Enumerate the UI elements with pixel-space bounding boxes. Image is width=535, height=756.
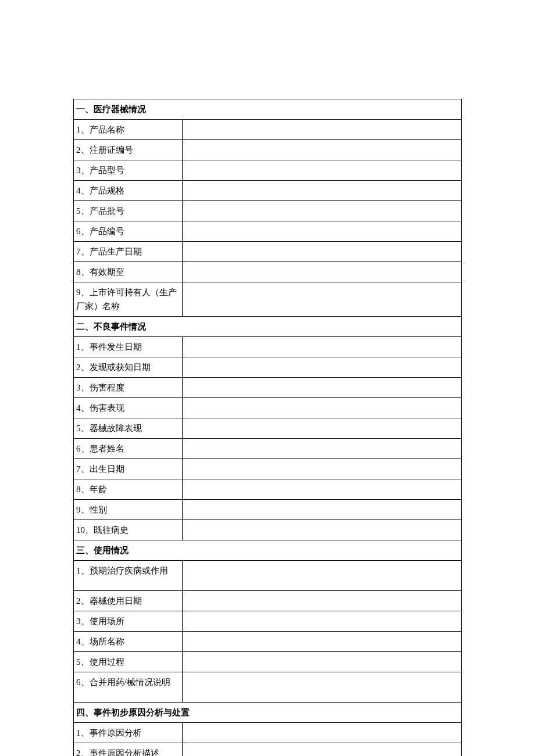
table-row: 8、年龄 — [74, 479, 462, 500]
field-label: 8、年龄 — [74, 479, 183, 500]
field-value[interactable] — [183, 652, 462, 672]
table-row: 3、使用场所 — [74, 611, 462, 632]
field-label: 3、产品型号 — [74, 160, 183, 181]
field-value[interactable] — [183, 378, 462, 398]
field-value[interactable] — [183, 520, 462, 540]
field-label: 5、产品批号 — [74, 201, 183, 221]
field-value[interactable] — [183, 632, 462, 652]
field-label: 4、场所名称 — [74, 632, 183, 652]
table-row: 9、上市许可持有人（生产厂家）名称 — [74, 282, 462, 317]
table-row: 4、场所名称 — [74, 632, 462, 652]
field-label: 2、注册证编号 — [74, 140, 183, 160]
section1-header-row: 一、医疗器械情况 — [74, 99, 462, 120]
field-value[interactable] — [183, 140, 462, 160]
field-label: 6、患者姓名 — [74, 439, 183, 459]
table-row: 7、产品生产日期 — [74, 242, 462, 262]
field-value[interactable] — [183, 120, 462, 140]
field-label: 7、产品生产日期 — [74, 242, 183, 262]
field-label: 1、事件原因分析 — [74, 723, 183, 743]
table-row: 1、事件发生日期 — [74, 337, 462, 357]
field-label: 5、器械故障表现 — [74, 418, 183, 439]
field-label: 6、合并用药/械情况说明 — [74, 672, 183, 703]
table-row: 2、器械使用日期 — [74, 591, 462, 611]
field-value[interactable] — [183, 439, 462, 459]
table-row: 7、出生日期 — [74, 459, 462, 479]
table-row: 1、产品名称 — [74, 120, 462, 140]
table-row: 2、事件原因分析描述 — [74, 743, 462, 757]
field-value[interactable] — [183, 282, 462, 317]
section4-header-row: 四、事件初步原因分析与处置 — [74, 703, 462, 723]
field-label: 7、出生日期 — [74, 459, 183, 479]
field-value[interactable] — [183, 672, 462, 703]
table-row: 6、合并用药/械情况说明 — [74, 672, 462, 703]
section4-header: 四、事件初步原因分析与处置 — [74, 703, 462, 723]
field-value[interactable] — [183, 418, 462, 439]
table-row: 10、既往病史 — [74, 520, 462, 540]
table-row: 4、产品规格 — [74, 181, 462, 201]
field-value[interactable] — [183, 242, 462, 262]
field-value[interactable] — [183, 611, 462, 632]
field-value[interactable] — [183, 262, 462, 282]
field-value[interactable] — [183, 743, 462, 757]
table-row: 5、器械故障表现 — [74, 418, 462, 439]
table-row: 5、产品批号 — [74, 201, 462, 221]
field-value[interactable] — [183, 337, 462, 357]
field-value[interactable] — [183, 160, 462, 181]
field-value[interactable] — [183, 591, 462, 611]
section1-header: 一、医疗器械情况 — [74, 99, 462, 120]
field-label: 3、使用场所 — [74, 611, 183, 632]
field-label: 2、发现或获知日期 — [74, 357, 183, 378]
field-label: 9、性别 — [74, 500, 183, 520]
section2-header-row: 二、不良事件情况 — [74, 317, 462, 337]
table-row: 2、发现或获知日期 — [74, 357, 462, 378]
field-label: 8、有效期至 — [74, 262, 183, 282]
table-row: 9、性别 — [74, 500, 462, 520]
table-row: 2、注册证编号 — [74, 140, 462, 160]
table-row: 1、事件原因分析 — [74, 723, 462, 743]
field-value[interactable] — [183, 181, 462, 201]
field-label: 2、事件原因分析描述 — [74, 743, 183, 757]
field-label: 1、产品名称 — [74, 120, 183, 140]
field-value[interactable] — [183, 561, 462, 591]
field-value[interactable] — [183, 500, 462, 520]
section2-header: 二、不良事件情况 — [74, 317, 462, 337]
form-table: 一、医疗器械情况 1、产品名称 2、注册证编号 3、产品型号 4、产品规格 5、… — [73, 99, 462, 756]
table-row: 3、产品型号 — [74, 160, 462, 181]
table-row: 8、有效期至 — [74, 262, 462, 282]
table-row: 6、患者姓名 — [74, 439, 462, 459]
field-value[interactable] — [183, 723, 462, 743]
field-label: 5、使用过程 — [74, 652, 183, 672]
field-label: 10、既往病史 — [74, 520, 183, 540]
field-value[interactable] — [183, 357, 462, 378]
field-label: 1、预期治疗疾病或作用 — [74, 561, 183, 591]
table-row: 3、伤害程度 — [74, 378, 462, 398]
table-row: 6、产品编号 — [74, 221, 462, 242]
section3-header: 三、使用情况 — [74, 540, 462, 561]
table-row: 5、使用过程 — [74, 652, 462, 672]
table-row: 1、预期治疗疾病或作用 — [74, 561, 462, 591]
field-value[interactable] — [183, 398, 462, 418]
field-label: 9、上市许可持有人（生产厂家）名称 — [74, 282, 183, 317]
field-label: 4、产品规格 — [74, 181, 183, 201]
field-label: 6、产品编号 — [74, 221, 183, 242]
field-value[interactable] — [183, 221, 462, 242]
field-value[interactable] — [183, 201, 462, 221]
table-row: 4、伤害表现 — [74, 398, 462, 418]
field-value[interactable] — [183, 459, 462, 479]
section3-header-row: 三、使用情况 — [74, 540, 462, 561]
field-value[interactable] — [183, 479, 462, 500]
field-label: 1、事件发生日期 — [74, 337, 183, 357]
field-label: 3、伤害程度 — [74, 378, 183, 398]
field-label: 2、器械使用日期 — [74, 591, 183, 611]
field-label: 4、伤害表现 — [74, 398, 183, 418]
